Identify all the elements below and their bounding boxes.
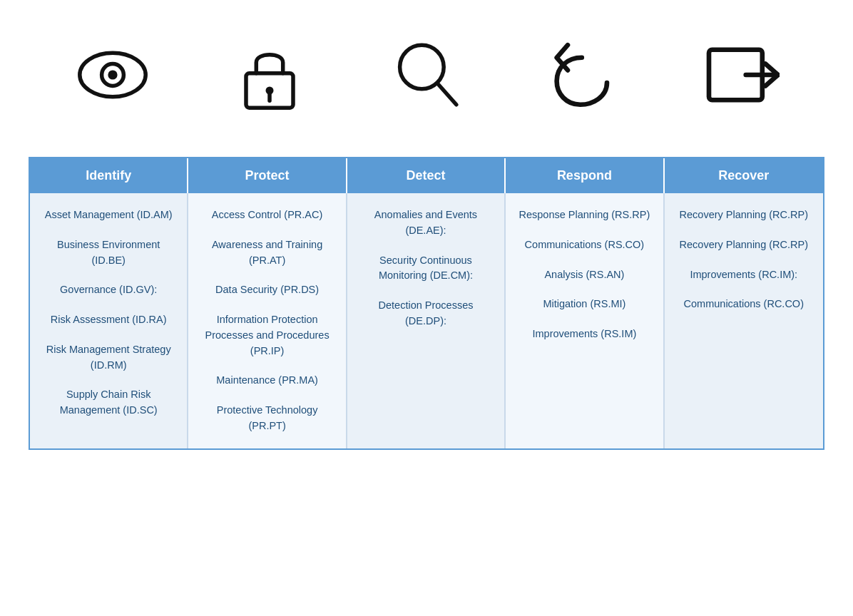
list-item: Information Protection Processes and Pro… — [199, 312, 334, 359]
list-item: Asset Management (ID.AM) — [41, 207, 176, 223]
list-item: Business Environment (ID.BE) — [41, 237, 176, 269]
list-item: Recovery Planning (RC.RP) — [675, 237, 812, 253]
list-item: Communications (RC.CO) — [675, 297, 812, 312]
list-item: Protective Technology (PR.PT) — [199, 403, 334, 434]
list-item: Risk Management Strategy (ID.RM) — [41, 342, 176, 374]
eye-icon — [63, 29, 163, 121]
header-respond: Respond — [506, 158, 664, 193]
list-item: Security Continuous Monitoring (DE.CM): — [358, 253, 494, 284]
col-detect: Anomalies and Events (DE.AE): Security C… — [347, 193, 506, 448]
list-item: Governance (ID.GV): — [41, 282, 176, 298]
list-item: Access Control (PR.AC) — [199, 207, 334, 223]
col-respond: Response Planning (RS.RP) Communications… — [506, 193, 664, 448]
list-item: Communications (RS.CO) — [516, 237, 652, 253]
header-protect: Protect — [188, 158, 347, 193]
list-item: Recovery Planning (RC.RP) — [675, 207, 812, 223]
list-item: Detection Processes (DE.DP): — [358, 298, 494, 329]
icons-row — [34, 21, 819, 128]
respond-icon — [533, 29, 633, 121]
lock-icon — [220, 29, 320, 121]
list-item: Data Security (PR.DS) — [199, 282, 334, 298]
list-item: Mitigation (RS.MI) — [516, 297, 652, 312]
list-item: Awareness and Training (PR.AT) — [199, 237, 334, 269]
header-detect: Detect — [347, 158, 506, 193]
svg-point-6 — [400, 45, 444, 89]
list-item: Improvements (RS.IM) — [516, 327, 652, 342]
list-item: Analysis (RS.AN) — [516, 267, 652, 283]
recover-icon — [690, 29, 790, 121]
col-protect: Access Control (PR.AC) Awareness and Tra… — [188, 193, 347, 448]
list-item: Anomalies and Events (DE.AE): — [358, 207, 494, 239]
framework-table: Identify Protect Detect Respond Recover … — [29, 157, 824, 450]
search-icon — [377, 29, 476, 121]
header-recover: Recover — [665, 158, 823, 193]
col-identify: Asset Management (ID.AM) Business Enviro… — [30, 193, 188, 448]
list-item: Improvements (RC.IM): — [675, 267, 812, 283]
table-body: Asset Management (ID.AM) Business Enviro… — [30, 193, 823, 448]
header-identify: Identify — [30, 158, 188, 193]
svg-point-2 — [108, 70, 117, 79]
list-item: Maintenance (PR.MA) — [199, 373, 334, 389]
table-header: Identify Protect Detect Respond Recover — [30, 158, 823, 193]
col-recover: Recovery Planning (RC.RP) Recovery Plann… — [665, 193, 823, 448]
svg-line-7 — [439, 84, 456, 105]
list-item: Response Planning (RS.RP) — [516, 207, 652, 223]
list-item: Risk Assessment (ID.RA) — [41, 312, 176, 328]
list-item: Supply Chain Risk Management (ID.SC) — [41, 387, 176, 419]
